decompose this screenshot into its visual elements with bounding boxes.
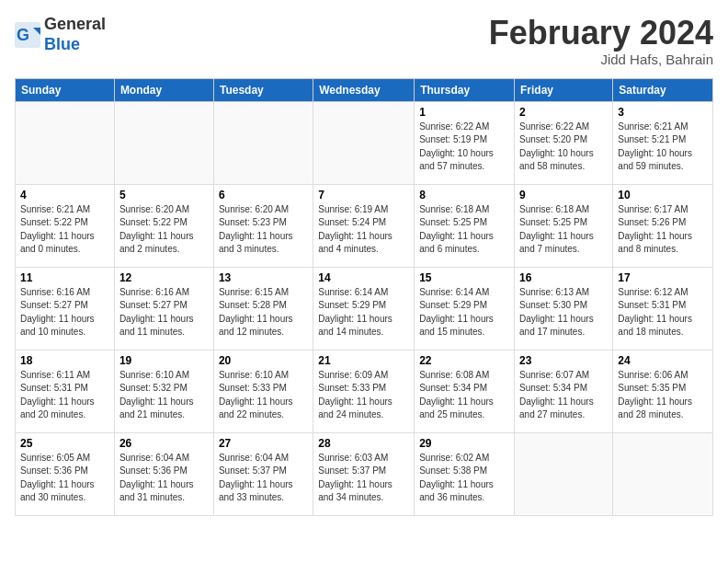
location: Jidd Hafs, Bahrain [489,52,713,67]
col-header-friday: Friday [515,78,613,101]
day-cell: 19Sunrise: 6:10 AMSunset: 5:32 PMDayligh… [114,350,213,432]
col-header-saturday: Saturday [613,78,713,101]
day-cell: 17Sunrise: 6:12 AMSunset: 5:31 PMDayligh… [613,267,713,350]
day-number: 1 [419,106,509,119]
day-cell: 20Sunrise: 6:10 AMSunset: 5:33 PMDayligh… [213,350,313,432]
week-row-2: 4Sunrise: 6:21 AMSunset: 5:22 PMDaylight… [16,184,713,267]
day-info: Sunrise: 6:10 AMSunset: 5:32 PMDaylight:… [119,369,209,422]
day-number: 2 [519,106,608,119]
day-cell: 28Sunrise: 6:03 AMSunset: 5:37 PMDayligh… [313,432,415,515]
svg-text:G: G [17,26,29,44]
day-info: Sunrise: 6:10 AMSunset: 5:33 PMDaylight:… [219,369,308,422]
day-cell [313,101,415,184]
day-number: 18 [20,354,109,367]
day-info: Sunrise: 6:06 AMSunset: 5:35 PMDaylight:… [618,369,708,422]
day-number: 4 [20,189,109,201]
day-info: Sunrise: 6:20 AMSunset: 5:22 PMDaylight:… [119,203,209,257]
day-cell: 23Sunrise: 6:07 AMSunset: 5:34 PMDayligh… [515,350,613,432]
page-header: G General Blue February 2024 Jidd Hafs, … [15,15,713,67]
day-cell: 1Sunrise: 6:22 AMSunset: 5:19 PMDaylight… [415,101,515,184]
day-cell: 16Sunrise: 6:13 AMSunset: 5:30 PMDayligh… [515,267,613,350]
week-row-4: 18Sunrise: 6:11 AMSunset: 5:31 PMDayligh… [16,350,713,432]
day-number: 17 [618,271,708,284]
day-info: Sunrise: 6:08 AMSunset: 5:34 PMDaylight:… [419,369,509,422]
day-cell [16,101,115,184]
day-info: Sunrise: 6:21 AMSunset: 5:22 PMDaylight:… [20,203,109,257]
col-header-sunday: Sunday [16,78,115,101]
day-number: 10 [618,189,708,201]
calendar-header-row: SundayMondayTuesdayWednesdayThursdayFrid… [16,78,713,101]
day-cell: 27Sunrise: 6:04 AMSunset: 5:37 PMDayligh… [213,432,313,515]
day-info: Sunrise: 6:16 AMSunset: 5:27 PMDaylight:… [119,286,209,339]
day-cell: 26Sunrise: 6:04 AMSunset: 5:36 PMDayligh… [114,432,213,515]
col-header-tuesday: Tuesday [213,78,313,101]
logo: G General Blue [15,15,106,54]
calendar-table: SundayMondayTuesdayWednesdayThursdayFrid… [15,78,713,516]
day-info: Sunrise: 6:16 AMSunset: 5:27 PMDaylight:… [20,286,109,339]
day-number: 8 [419,189,509,201]
day-cell: 29Sunrise: 6:02 AMSunset: 5:38 PMDayligh… [415,432,515,515]
day-number: 11 [20,271,109,284]
day-cell: 3Sunrise: 6:21 AMSunset: 5:21 PMDaylight… [613,101,713,184]
logo-text: General Blue [44,15,106,54]
day-cell: 9Sunrise: 6:18 AMSunset: 5:25 PMDaylight… [515,184,613,267]
day-cell: 14Sunrise: 6:14 AMSunset: 5:29 PMDayligh… [313,267,415,350]
col-header-monday: Monday [114,78,213,101]
week-row-5: 25Sunrise: 6:05 AMSunset: 5:36 PMDayligh… [16,432,713,515]
day-info: Sunrise: 6:04 AMSunset: 5:36 PMDaylight:… [119,452,209,505]
day-cell: 11Sunrise: 6:16 AMSunset: 5:27 PMDayligh… [16,267,115,350]
day-info: Sunrise: 6:09 AMSunset: 5:33 PMDaylight:… [318,369,409,422]
logo-line2: Blue [44,35,106,55]
day-info: Sunrise: 6:22 AMSunset: 5:20 PMDaylight:… [519,121,608,174]
day-info: Sunrise: 6:13 AMSunset: 5:30 PMDaylight:… [519,286,608,339]
week-row-1: 1Sunrise: 6:22 AMSunset: 5:19 PMDaylight… [16,101,713,184]
day-number: 9 [519,189,608,201]
day-number: 20 [219,354,308,367]
week-row-3: 11Sunrise: 6:16 AMSunset: 5:27 PMDayligh… [16,267,713,350]
day-cell: 18Sunrise: 6:11 AMSunset: 5:31 PMDayligh… [16,350,115,432]
day-cell: 25Sunrise: 6:05 AMSunset: 5:36 PMDayligh… [16,432,115,515]
day-number: 7 [318,189,409,201]
day-info: Sunrise: 6:14 AMSunset: 5:29 PMDaylight:… [419,286,509,339]
day-cell: 24Sunrise: 6:06 AMSunset: 5:35 PMDayligh… [613,350,713,432]
day-cell: 13Sunrise: 6:15 AMSunset: 5:28 PMDayligh… [213,267,313,350]
day-cell: 7Sunrise: 6:19 AMSunset: 5:24 PMDaylight… [313,184,415,267]
day-number: 27 [219,437,308,450]
day-number: 14 [318,271,409,284]
title-block: February 2024 Jidd Hafs, Bahrain [489,15,713,67]
day-number: 19 [119,354,209,367]
day-number: 24 [618,354,708,367]
day-number: 28 [318,437,409,450]
day-info: Sunrise: 6:02 AMSunset: 5:38 PMDaylight:… [419,452,509,505]
day-cell [114,101,213,184]
day-number: 16 [519,271,608,284]
day-info: Sunrise: 6:21 AMSunset: 5:21 PMDaylight:… [618,121,708,174]
day-number: 3 [618,106,708,119]
day-info: Sunrise: 6:05 AMSunset: 5:36 PMDaylight:… [20,452,109,505]
day-cell: 6Sunrise: 6:20 AMSunset: 5:23 PMDaylight… [213,184,313,267]
day-info: Sunrise: 6:11 AMSunset: 5:31 PMDaylight:… [20,369,109,422]
day-info: Sunrise: 6:17 AMSunset: 5:26 PMDaylight:… [618,203,708,257]
day-number: 26 [119,437,209,450]
day-cell [613,432,713,515]
day-cell: 22Sunrise: 6:08 AMSunset: 5:34 PMDayligh… [415,350,515,432]
col-header-wednesday: Wednesday [313,78,415,101]
day-info: Sunrise: 6:07 AMSunset: 5:34 PMDaylight:… [519,369,608,422]
day-number: 5 [119,189,209,201]
day-info: Sunrise: 6:15 AMSunset: 5:28 PMDaylight:… [219,286,308,339]
day-number: 25 [20,437,109,450]
day-number: 6 [219,189,308,201]
day-info: Sunrise: 6:03 AMSunset: 5:37 PMDaylight:… [318,452,409,505]
day-cell: 4Sunrise: 6:21 AMSunset: 5:22 PMDaylight… [16,184,115,267]
day-cell: 12Sunrise: 6:16 AMSunset: 5:27 PMDayligh… [114,267,213,350]
day-info: Sunrise: 6:12 AMSunset: 5:31 PMDaylight:… [618,286,708,339]
day-info: Sunrise: 6:19 AMSunset: 5:24 PMDaylight:… [318,203,409,257]
col-header-thursday: Thursday [415,78,515,101]
day-cell: 5Sunrise: 6:20 AMSunset: 5:22 PMDaylight… [114,184,213,267]
day-number: 15 [419,271,509,284]
day-number: 21 [318,354,409,367]
day-info: Sunrise: 6:20 AMSunset: 5:23 PMDaylight:… [219,203,308,257]
day-cell: 8Sunrise: 6:18 AMSunset: 5:25 PMDaylight… [415,184,515,267]
day-number: 22 [419,354,509,367]
day-number: 23 [519,354,608,367]
